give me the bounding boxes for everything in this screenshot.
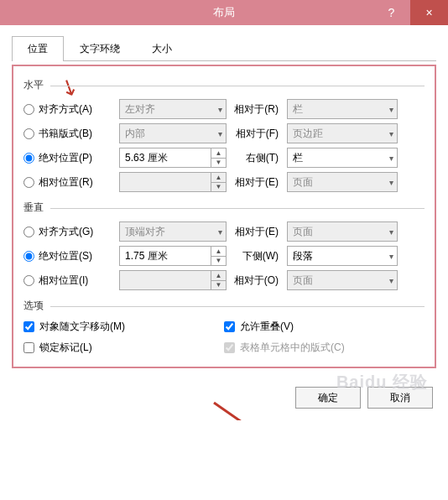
h-abs-rel-combo[interactable]: 栏▾	[287, 148, 398, 168]
chevron-down-icon: ▾	[389, 154, 393, 163]
h-rel-rel-combo[interactable]: 页面▾	[287, 172, 398, 192]
chevron-down-icon: ▾	[389, 252, 393, 261]
v-abs-spinner[interactable]: 1.75 厘米▲▼	[119, 246, 227, 266]
v-abs-radio[interactable]: 绝对位置(S)	[23, 249, 114, 263]
h-align-rel-label: 相对于(R)	[232, 102, 282, 117]
h-rel-rel-label: 相对于(E)	[232, 175, 282, 190]
chevron-down-icon: ▾	[218, 129, 222, 138]
v-rel-spinner[interactable]: ▲▼	[119, 270, 227, 290]
opt-lock-anchor[interactable]: 锁定标记(L)	[23, 341, 224, 355]
h-abs-radio[interactable]: 绝对位置(P)	[23, 151, 114, 165]
tab-strip: 位置 文字环绕 大小	[12, 35, 436, 61]
chevron-down-icon: ▾	[389, 178, 393, 187]
opt-move-with-text[interactable]: 对象随文字移动(M)	[23, 320, 224, 334]
v-align-radio[interactable]: 对齐方式(G)	[23, 225, 114, 239]
chevron-down-icon: ▾	[389, 105, 393, 114]
h-rel-spinner[interactable]: ▲▼	[119, 172, 227, 192]
cancel-button[interactable]: 取消	[367, 387, 433, 409]
h-abs-rel-label: 右侧(T)	[232, 151, 282, 165]
spin-down-icon[interactable]: ▼	[211, 257, 226, 266]
v-abs-rel-label: 下侧(W)	[232, 249, 282, 263]
h-book-rel-combo[interactable]: 页边距▾	[287, 123, 398, 143]
h-book-rel-label: 相对于(F)	[232, 127, 282, 141]
tab-text-wrap[interactable]: 文字环绕	[64, 36, 136, 61]
h-align-radio[interactable]: 对齐方式(A)	[23, 102, 114, 117]
spin-up-icon[interactable]: ▲	[211, 247, 226, 257]
tab-position[interactable]: 位置	[12, 36, 64, 61]
v-align-rel-label: 相对于(E)	[232, 225, 282, 239]
spin-up-icon[interactable]: ▲	[211, 271, 226, 281]
spin-down-icon[interactable]: ▼	[211, 159, 226, 168]
ok-button[interactable]: 确定	[295, 387, 361, 409]
close-button[interactable]: ×	[410, 0, 448, 25]
h-align-rel-combo[interactable]: 栏▾	[287, 99, 398, 119]
chevron-down-icon: ▾	[389, 276, 393, 285]
spin-down-icon[interactable]: ▼	[211, 183, 226, 192]
h-rel-radio[interactable]: 相对位置(R)	[23, 175, 114, 190]
titlebar: 布局 ? ×	[0, 0, 448, 25]
section-horizontal: 水平	[23, 78, 425, 92]
opt-table-cell-layout: 表格单元格中的版式(C)	[224, 341, 425, 355]
v-align-rel-combo[interactable]: 页面▾	[287, 221, 398, 242]
v-align-combo[interactable]: 顶端对齐▾	[119, 221, 227, 242]
h-book-combo[interactable]: 内部▾	[119, 123, 227, 143]
v-rel-rel-label: 相对于(O)	[232, 273, 282, 288]
spin-up-icon[interactable]: ▲	[211, 148, 226, 159]
opt-allow-overlap[interactable]: 允许重叠(V)	[224, 320, 425, 334]
h-abs-spinner[interactable]: 5.63 厘米▲▼	[119, 148, 227, 168]
dialog-body: 位置 文字环绕 大小 ↘ 水平 对齐方式(A) 左对齐▾ 相对于(R) 栏▾ 书…	[0, 25, 448, 420]
section-options: 选项	[23, 299, 425, 313]
chevron-down-icon: ▾	[218, 227, 222, 237]
tab-size[interactable]: 大小	[136, 36, 188, 61]
chevron-down-icon: ▾	[218, 105, 222, 114]
section-vertical: 垂直	[23, 201, 425, 215]
spin-up-icon[interactable]: ▲	[211, 173, 226, 183]
spin-down-icon[interactable]: ▼	[211, 281, 226, 290]
h-align-combo[interactable]: 左对齐▾	[119, 99, 227, 119]
v-rel-rel-combo[interactable]: 页面▾	[287, 270, 398, 290]
h-book-radio[interactable]: 书籍版式(B)	[23, 127, 114, 141]
v-rel-radio[interactable]: 相对位置(I)	[23, 273, 114, 288]
help-button[interactable]: ?	[372, 0, 410, 25]
chevron-down-icon: ▾	[389, 227, 393, 237]
tab-panel-position: 水平 对齐方式(A) 左对齐▾ 相对于(R) 栏▾ 书籍版式(B) 内部▾ 相对…	[12, 65, 436, 368]
chevron-down-icon: ▾	[389, 129, 393, 138]
v-abs-rel-combo[interactable]: 段落▾	[287, 246, 398, 266]
